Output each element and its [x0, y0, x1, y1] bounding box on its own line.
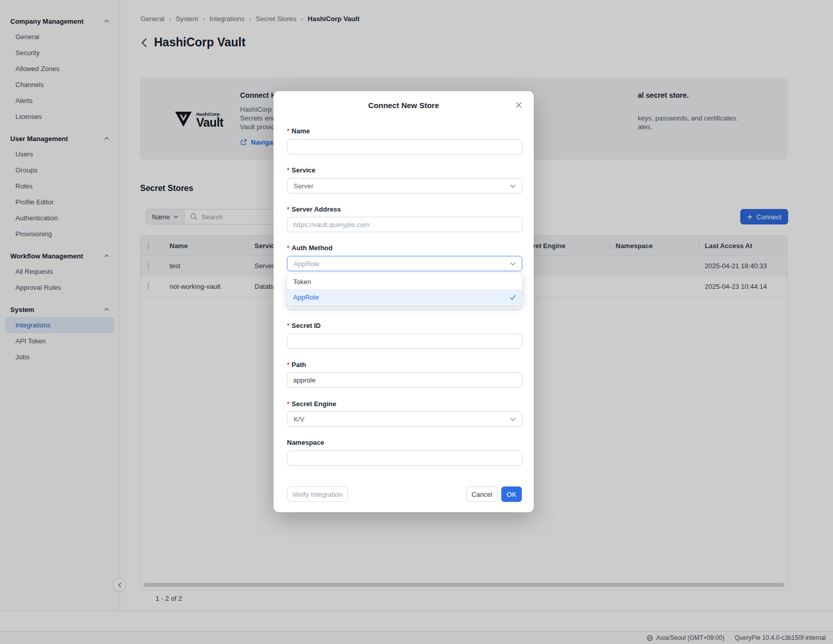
connect-new-store-modal: Connect New Store *Name *Service Server …	[274, 91, 534, 512]
name-label: *Name	[287, 127, 310, 135]
namespace-input[interactable]	[287, 450, 522, 466]
chevron-down-icon	[510, 417, 516, 421]
service-label: *Service	[287, 166, 315, 175]
secret-id-input[interactable]	[287, 334, 522, 349]
option-label: Token	[293, 278, 311, 286]
path-label-text: Path	[292, 361, 306, 369]
dropdown-option-token[interactable]: Token	[287, 274, 522, 289]
server-address-input[interactable]	[287, 217, 522, 232]
required-asterisk: *	[287, 244, 290, 252]
namespace-label-text: Namespace	[287, 439, 324, 446]
secret-id-label-text: Secret ID	[292, 322, 320, 329]
required-asterisk: *	[287, 127, 290, 135]
name-label-text: Name	[292, 127, 310, 135]
service-label-text: Service	[292, 166, 315, 174]
cancel-button[interactable]: Cancel	[466, 486, 498, 502]
secret-id-label: *Secret ID	[287, 322, 320, 330]
required-asterisk: *	[287, 166, 290, 174]
service-select-value: Server	[294, 182, 313, 190]
verify-integration-button[interactable]: Verify Integration	[287, 486, 348, 502]
auth-method-label-text: Auth Method	[292, 244, 332, 252]
auth-method-select[interactable]: AppRole	[287, 256, 522, 271]
modal-title: Connect New Store	[274, 101, 534, 110]
secret-engine-select[interactable]: K/V	[287, 411, 522, 427]
dropdown-option-approle[interactable]: AppRole	[287, 289, 522, 305]
secret-engine-label: *Secret Engine	[287, 400, 336, 408]
chevron-down-icon	[510, 262, 516, 266]
path-label: *Path	[287, 361, 306, 369]
secret-engine-select-value: K/V	[294, 415, 304, 423]
server-address-label: *Server Address	[287, 205, 341, 214]
required-asterisk: *	[287, 205, 290, 213]
secret-engine-label-text: Secret Engine	[292, 400, 336, 408]
server-address-label-text: Server Address	[292, 205, 341, 213]
app-screen: Company Management General Security Allo…	[0, 0, 833, 644]
auth-method-select-value: AppRole	[294, 260, 319, 268]
option-label: AppRole	[293, 293, 319, 301]
required-asterisk: *	[287, 361, 290, 369]
ok-button[interactable]: OK	[501, 486, 522, 502]
required-asterisk: *	[287, 400, 290, 408]
chevron-down-icon	[510, 184, 516, 188]
path-input[interactable]	[287, 372, 522, 388]
required-asterisk: *	[287, 322, 290, 329]
namespace-label: Namespace	[287, 439, 324, 447]
close-icon[interactable]	[515, 101, 523, 109]
service-select[interactable]: Server	[287, 178, 522, 194]
name-input[interactable]	[287, 139, 522, 154]
check-icon	[509, 294, 516, 300]
auth-method-label: *Auth Method	[287, 244, 332, 252]
auth-method-dropdown: Token AppRole	[287, 273, 522, 305]
